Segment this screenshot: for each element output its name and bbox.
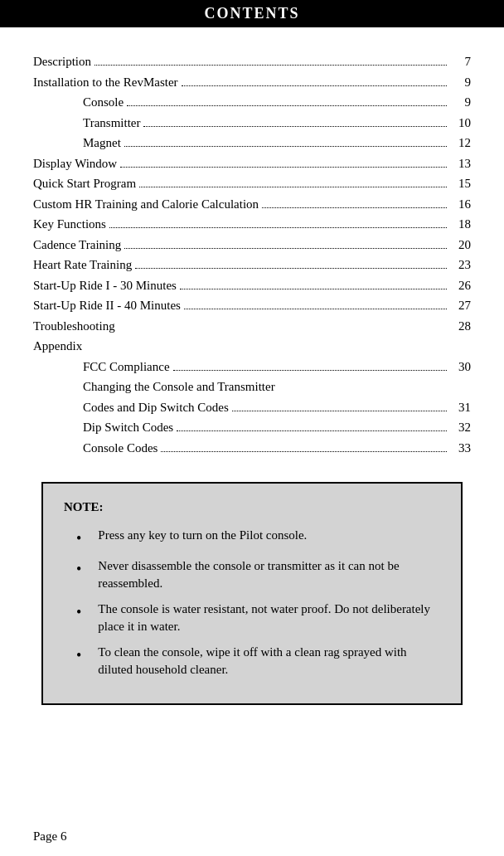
toc-entry: Console Codes33 bbox=[33, 439, 471, 458]
toc-dots bbox=[232, 411, 447, 411]
toc-page-number: 12 bbox=[450, 134, 471, 153]
bullet-icon: • bbox=[64, 602, 81, 623]
toc-entry: Console9 bbox=[33, 93, 471, 112]
toc-entry: Start-Up Ride II - 40 Minutes27 bbox=[33, 296, 471, 315]
toc-label: Display Window bbox=[33, 154, 117, 173]
toc-entry: Dip Switch Codes32 bbox=[33, 418, 471, 437]
toc-entry: Quick Start Program15 bbox=[33, 174, 471, 193]
main-content: Description7Installation to the RevMaste… bbox=[0, 52, 504, 705]
bullet-icon: • bbox=[64, 559, 81, 580]
toc-page-number: 23 bbox=[450, 255, 471, 275]
toc-page-number: 13 bbox=[450, 154, 471, 173]
toc-entry: Key Functions18 bbox=[33, 215, 471, 234]
toc-label: Console Codes bbox=[83, 439, 158, 458]
toc-entry: Heart Rate Training23 bbox=[33, 255, 471, 275]
toc-label: Cadence Training bbox=[33, 236, 121, 255]
toc-dots bbox=[182, 85, 447, 86]
toc-entry: Changing the Console and Transmitter bbox=[33, 377, 471, 396]
toc-dots bbox=[180, 289, 447, 289]
toc-dots bbox=[262, 207, 447, 208]
toc-dots bbox=[161, 451, 447, 452]
toc-entry: Display Window13 bbox=[33, 154, 471, 173]
page-number: Page 6 bbox=[33, 829, 66, 843]
toc-label: Installation to the RevMaster bbox=[33, 73, 178, 92]
toc-dots bbox=[173, 370, 447, 371]
toc-label: Troubleshooting bbox=[33, 317, 115, 336]
note-item-text: The console is water resistant, not wate… bbox=[98, 601, 440, 635]
toc-label: Codes and Dip Switch Codes bbox=[83, 398, 229, 417]
toc-page-number: 31 bbox=[450, 398, 471, 417]
toc-label: Start-Up Ride II - 40 Minutes bbox=[33, 296, 181, 315]
toc-label: Heart Rate Training bbox=[33, 255, 132, 275]
toc-page-number: 16 bbox=[450, 195, 471, 214]
toc-page-number: 28 bbox=[450, 317, 471, 336]
toc-dots bbox=[177, 430, 447, 431]
toc-label: Quick Start Program bbox=[33, 174, 136, 193]
toc-label: Start-Up Ride I - 30 Minutes bbox=[33, 276, 177, 295]
page-header: CONTENTS bbox=[0, 0, 504, 27]
toc-label: Key Functions bbox=[33, 215, 106, 234]
toc-dots bbox=[184, 309, 447, 309]
toc-dots bbox=[124, 146, 447, 147]
toc-entry: Appendix bbox=[33, 337, 471, 356]
note-title: NOTE: bbox=[64, 500, 440, 514]
bullet-icon: • bbox=[64, 528, 81, 549]
toc-label: Dip Switch Codes bbox=[83, 418, 173, 437]
toc-dots bbox=[135, 268, 447, 269]
toc-label: Appendix bbox=[33, 337, 82, 356]
toc-page-number: 7 bbox=[450, 52, 471, 71]
toc-label: Changing the Console and Transmitter bbox=[83, 377, 275, 396]
toc-dots bbox=[94, 65, 447, 66]
note-list-item: •Never disassemble the console or transm… bbox=[64, 557, 440, 592]
note-list-item: •The console is water resistant, not wat… bbox=[64, 601, 440, 635]
toc-entry: Custom HR Training and Calorie Calculati… bbox=[33, 195, 471, 214]
toc-page-number: 10 bbox=[450, 114, 471, 133]
toc-dots bbox=[124, 248, 447, 249]
note-item-text: To clean the console, wipe it off with a… bbox=[98, 644, 440, 678]
toc-page-number: 27 bbox=[450, 296, 471, 315]
toc-page-number: 9 bbox=[450, 93, 471, 112]
note-item-text: Never disassemble the console or transmi… bbox=[98, 557, 440, 592]
toc-entry: Magnet12 bbox=[33, 134, 471, 153]
toc-dots bbox=[127, 105, 447, 106]
bullet-icon: • bbox=[64, 645, 81, 666]
toc-entry: Transmitter10 bbox=[33, 114, 471, 133]
note-list-item: •To clean the console, wipe it off with … bbox=[64, 644, 440, 678]
toc-label: Description bbox=[33, 52, 91, 71]
toc-entry: Cadence Training20 bbox=[33, 236, 471, 255]
toc-dots bbox=[143, 126, 447, 127]
toc-label: Magnet bbox=[83, 134, 121, 153]
toc-label: Transmitter bbox=[83, 114, 140, 133]
toc-entry: Start-Up Ride I - 30 Minutes26 bbox=[33, 276, 471, 295]
note-item-text: Press any key to turn on the Pilot conso… bbox=[98, 527, 440, 544]
toc-label: Custom HR Training and Calorie Calculati… bbox=[33, 195, 259, 214]
toc-entry: Codes and Dip Switch Codes31 bbox=[33, 398, 471, 417]
table-of-contents: Description7Installation to the RevMaste… bbox=[33, 52, 471, 457]
contents-title: CONTENTS bbox=[0, 5, 504, 22]
toc-entry: Troubleshooting28 bbox=[33, 317, 471, 336]
toc-entry: Description7 bbox=[33, 52, 471, 71]
toc-label: FCC Compliance bbox=[83, 357, 170, 377]
toc-dots bbox=[139, 187, 447, 187]
toc-dots bbox=[109, 227, 447, 228]
toc-page-number: 20 bbox=[450, 236, 471, 255]
toc-page-number: 15 bbox=[450, 174, 471, 193]
note-list: •Press any key to turn on the Pilot cons… bbox=[64, 527, 440, 678]
toc-entry: FCC Compliance30 bbox=[33, 357, 471, 377]
toc-label: Console bbox=[83, 93, 124, 112]
note-list-item: •Press any key to turn on the Pilot cons… bbox=[64, 527, 440, 549]
toc-page-number: 26 bbox=[450, 276, 471, 295]
toc-page-number: 32 bbox=[450, 418, 471, 437]
toc-page-number: 33 bbox=[450, 439, 471, 458]
toc-page-number: 30 bbox=[450, 357, 471, 377]
toc-dots bbox=[120, 167, 447, 168]
page-footer: Page 6 bbox=[33, 829, 66, 844]
toc-page-number: 18 bbox=[450, 215, 471, 234]
toc-page-number: 9 bbox=[450, 73, 471, 92]
note-box: NOTE: •Press any key to turn on the Pilo… bbox=[41, 482, 463, 705]
toc-entry: Installation to the RevMaster9 bbox=[33, 73, 471, 92]
